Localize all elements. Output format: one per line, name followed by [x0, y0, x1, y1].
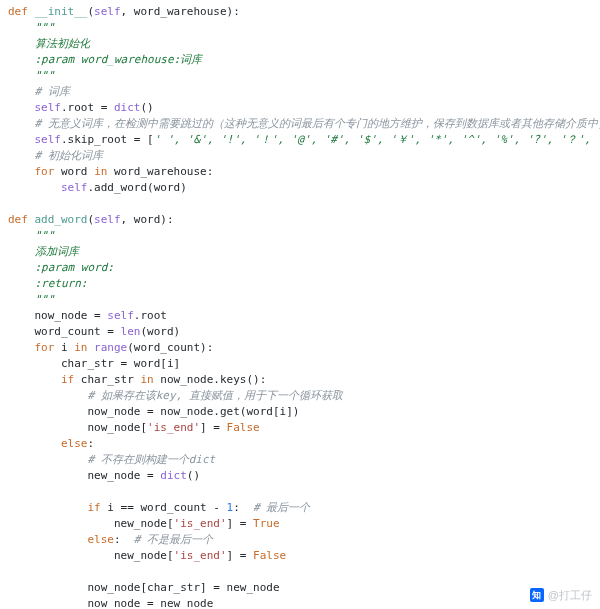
- comment: # 无意义词库，在检测中需要跳过的（这种无意义的词最后有个专门的地方维护，保存到…: [35, 117, 601, 130]
- fn-def: def __init__(self, word_warehouse):: [8, 5, 240, 18]
- comment: # 词库: [35, 85, 70, 98]
- code-line: if char_str in now_node.keys():: [61, 373, 266, 386]
- code-line: self.root = dict(): [35, 101, 154, 114]
- code-line: for i in range(word_count):: [35, 341, 214, 354]
- code-line: now_node = self.root: [35, 309, 167, 322]
- docstring-close: """: [35, 69, 55, 82]
- code-line: self.skip_root = [' ', '&', '!', '！', '@…: [35, 133, 601, 146]
- code-line: if i == word_count - 1: # 最后一个: [87, 501, 310, 514]
- code-line: new_node = dict(): [87, 469, 200, 482]
- fn-def: def add_word(self, word):: [8, 213, 174, 226]
- comment: # 不存在则构建一个dict: [87, 453, 215, 466]
- code-line: now_node = now_node.get(word[i]): [87, 405, 299, 418]
- code-block: def __init__(self, word_warehouse): """ …: [8, 4, 592, 609]
- docstring-line: :return:: [35, 277, 88, 290]
- docstring-close: """: [35, 293, 55, 306]
- docstring-line: 添加词库: [35, 245, 79, 258]
- code-line: now_node['is_end'] = False: [87, 421, 259, 434]
- code-line: else:: [61, 437, 94, 450]
- code-line: word_count = len(word): [35, 325, 181, 338]
- code-line: self.add_word(word): [61, 181, 187, 194]
- docstring-open: """: [35, 229, 55, 242]
- docstring-line: :param word_warehouse:词库: [35, 53, 203, 66]
- docstring-line: 算法初始化: [35, 37, 90, 50]
- code-line: now_node = new_node: [87, 597, 213, 609]
- docstring-open: """: [35, 21, 55, 34]
- code-line: new_node['is_end'] = True: [114, 517, 280, 530]
- code-line: for word in word_warehouse:: [35, 165, 214, 178]
- comment: # 如果存在该key, 直接赋值，用于下一个循环获取: [87, 389, 342, 402]
- code-line: now_node[char_str] = new_node: [87, 581, 279, 594]
- code-line: new_node['is_end'] = False: [114, 549, 286, 562]
- code-line: else: # 不是最后一个: [87, 533, 213, 546]
- docstring-line: :param word:: [35, 261, 114, 274]
- comment: # 初始化词库: [35, 149, 103, 162]
- code-line: char_str = word[i]: [61, 357, 180, 370]
